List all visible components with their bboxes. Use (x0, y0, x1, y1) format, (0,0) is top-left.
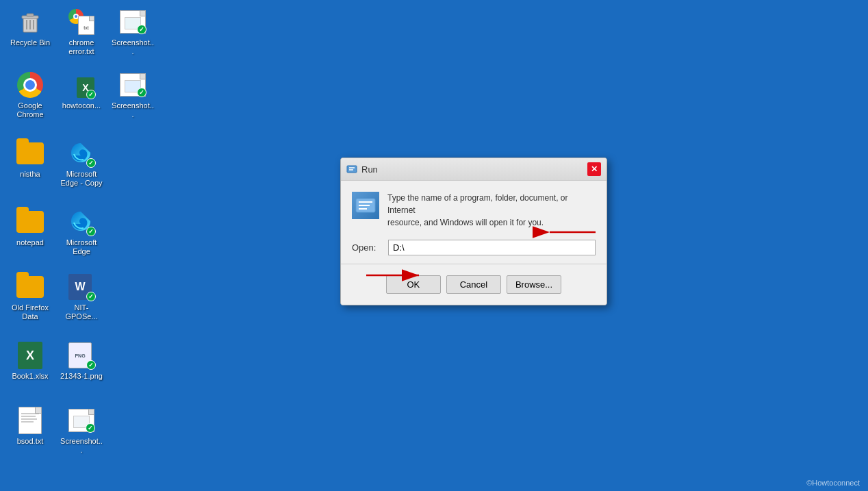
run-cancel-button[interactable]: Cancel (446, 275, 501, 294)
recycle-bin-label: Recycle Bin (10, 38, 50, 47)
bsod-label: bsod.txt (17, 437, 44, 446)
run-input-wrapper: D:\ (388, 240, 596, 255)
screenshot3-label: Screenshot... (60, 437, 103, 455)
desktop-icon-recycle-bin[interactable]: Recycle Bin (5, 5, 55, 50)
desktop-icon-nit-gpose[interactable]: W ✓ NIT-GPOSe... (57, 270, 106, 324)
nit-gpose-icon: W ✓ (68, 273, 95, 301)
desktop-icon-bsod[interactable]: bsod.txt (5, 404, 55, 449)
recycle-bin-icon (16, 8, 44, 36)
desktop-icon-microsoft-edge[interactable]: ✓ MicrosoftEdge (57, 205, 106, 259)
microsoft-edge-icon: ✓ (68, 208, 95, 236)
21343-1-label: 21343-1.png (60, 372, 103, 381)
screenshot1-icon: ✓ (119, 8, 146, 36)
nistha-folder-icon (16, 140, 44, 167)
chrome-error-icon: txt (68, 8, 95, 36)
desktop-icon-notepad[interactable]: notepad (5, 205, 55, 250)
screenshot2-icon: ✓ (119, 71, 146, 99)
run-divider (341, 264, 607, 264)
desktop: Recycle Bin txt chromeerror.txt (0, 0, 868, 491)
howtocon-icon: X ✓ (68, 71, 95, 99)
desktop-icon-msedge-copy[interactable]: ✓ MicrosoftEdge - Copy (57, 137, 106, 190)
screenshot3-icon: ✓ (68, 407, 95, 434)
old-firefox-folder-icon (16, 273, 44, 301)
run-title-icon (346, 164, 357, 175)
msedge-copy-icon: ✓ (68, 140, 95, 167)
notepad-folder-icon (16, 208, 44, 236)
nistha-label: nistha (20, 170, 40, 179)
msedge-copy-label: MicrosoftEdge - Copy (60, 170, 102, 188)
run-open-label: Open: (352, 242, 383, 253)
run-dialog-title: Run (361, 164, 378, 175)
run-app-icon-area (352, 192, 379, 219)
desktop-icon-google-chrome[interactable]: Google Chrome (5, 68, 55, 122)
svg-rect-2 (27, 14, 34, 16)
desktop-icon-chrome-error[interactable]: txt chromeerror.txt (57, 5, 106, 59)
bsod-icon (16, 407, 44, 434)
screenshot1-label: Screenshot... (111, 38, 155, 56)
google-chrome-label: Google Chrome (8, 101, 52, 119)
run-body: Type the name of a program, folder, docu… (341, 181, 607, 234)
21343-1-icon: PNG ✓ (68, 342, 95, 369)
google-chrome-icon (16, 71, 44, 99)
nit-gpose-label: NIT-GPOSe... (60, 303, 103, 321)
screenshot2-label: Screenshot... (111, 101, 155, 119)
howtocon-label: howtocon... (62, 101, 101, 110)
run-app-icon (352, 192, 379, 219)
run-buttons-area: OK Cancel Browse... (341, 270, 607, 305)
book1-icon: X (16, 342, 44, 369)
desktop-icon-book1[interactable]: X Book1.xlsx (5, 339, 55, 383)
run-dialog: Run ✕ Type the name of a program, folder… (340, 158, 607, 305)
notepad-label: notepad (16, 238, 44, 247)
run-title-left: Run (346, 164, 378, 175)
svg-rect-6 (347, 166, 357, 173)
desktop-icon-screenshot1[interactable]: ✓ Screenshot... (108, 5, 157, 59)
run-input-select[interactable]: D:\ (388, 240, 596, 255)
desktop-icon-screenshot3[interactable]: ✓ Screenshot... (57, 404, 106, 457)
desktop-icon-old-firefox[interactable]: Old FirefoxData (5, 270, 55, 324)
chrome-error-label: chromeerror.txt (68, 38, 94, 56)
run-open-row: Open: D:\ (341, 234, 607, 264)
run-description: Type the name of a program, folder, docu… (387, 192, 596, 229)
run-close-button[interactable]: ✕ (587, 162, 601, 176)
copyright-text: ©Howtoconnect (806, 479, 860, 487)
desktop-icon-screenshot2[interactable]: ✓ Screenshot... (108, 68, 157, 122)
run-titlebar: Run ✕ (341, 158, 607, 181)
desktop-icon-howtocon[interactable]: X ✓ howtocon... (57, 68, 106, 113)
book1-label: Book1.xlsx (12, 372, 48, 381)
old-firefox-label: Old FirefoxData (12, 303, 49, 321)
microsoft-edge-label: MicrosoftEdge (66, 238, 97, 256)
desktop-icon-21343-1[interactable]: PNG ✓ 21343-1.png (57, 339, 106, 383)
run-ok-button[interactable]: OK (386, 275, 441, 294)
run-browse-button[interactable]: Browse... (507, 275, 561, 294)
desktop-icon-nistha[interactable]: nistha (5, 137, 55, 181)
